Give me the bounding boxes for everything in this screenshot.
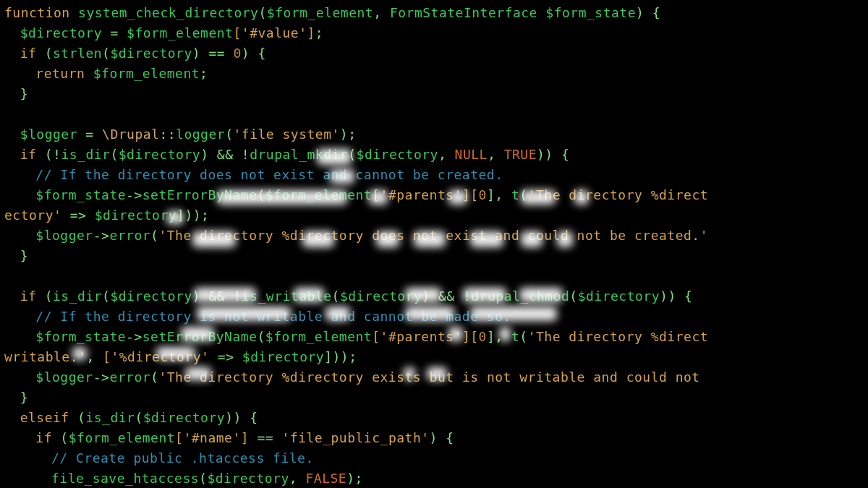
line: if (strlen($directory) == 0) { — [4, 46, 266, 61]
line: // If the directory does not exist and c… — [4, 167, 503, 182]
line: $form_state->setErrorByName($form_elemen… — [4, 187, 708, 202]
line: if ($form_element['#name'] == 'file_publ… — [4, 430, 454, 445]
line: $form_state->setErrorByName($form_elemen… — [4, 329, 708, 344]
code-block: function system_check_directory($form_el… — [0, 0, 868, 488]
line: // If the directory is not writable and … — [4, 309, 511, 324]
line: if (!is_dir($directory) && !drupal_mkdir… — [4, 147, 569, 162]
line: } — [4, 390, 28, 405]
line: file_save_htaccess($directory, FALSE); — [4, 471, 363, 486]
line: // Create public .htaccess file. — [4, 450, 314, 466]
line: $logger->error('The directory %directory… — [4, 228, 708, 243]
line: ectory' => $directory])); — [4, 207, 209, 223]
line: function system_check_directory($form_el… — [4, 5, 660, 20]
line: return $form_element; — [4, 66, 208, 81]
line: $logger = \Drupal::logger('file system')… — [4, 127, 357, 142]
line: elseif (is_dir($directory)) { — [4, 410, 258, 425]
line: writable.', ['%directory' => $directory]… — [4, 349, 357, 364]
line: $logger->error('The directory %directory… — [4, 369, 708, 385]
line: $directory = $form_element['#value']; — [4, 25, 323, 40]
line: } — [4, 248, 28, 263]
line: if (is_dir($directory) && !is_writable($… — [4, 288, 692, 304]
line: } — [4, 86, 28, 101]
